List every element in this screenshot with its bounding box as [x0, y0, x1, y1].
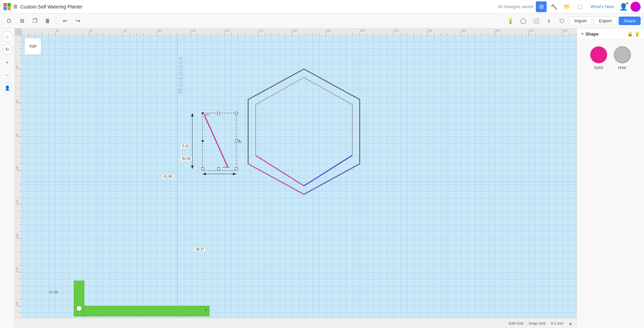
user-avatar[interactable] — [630, 2, 641, 12]
shape-panel-title: Shape — [586, 31, 626, 37]
svg-marker-19 — [233, 173, 236, 175]
hole-option[interactable]: Hole — [614, 46, 631, 70]
svg-rect-27 — [235, 168, 238, 170]
green-l-shape[interactable] — [22, 281, 211, 318]
ruler-left — [15, 35, 22, 318]
topbar-nav-icons: ⊞ 🔨 📁 ⬚ — [536, 1, 585, 12]
notification-dot — [626, 2, 628, 5]
copy-btn[interactable]: ⧉ — [16, 15, 28, 27]
whats-new-link[interactable]: What's New — [588, 4, 617, 9]
status-bar: Edit Grid Snap Grid 0.1 mm ▲ — [15, 318, 576, 328]
document-icon: 🗎 — [13, 4, 18, 10]
shape-panel-header: ▼ Shape 🔒 💡 — [577, 28, 644, 40]
hexagon-shape[interactable] — [231, 66, 377, 211]
lock-icon-btn[interactable]: 🔒 — [627, 31, 633, 37]
bulb-icon-btn[interactable]: 💡 — [505, 16, 516, 26]
avatar-image — [630, 2, 641, 12]
duplicate-btn[interactable]: ❐ — [29, 15, 41, 27]
svg-rect-0 — [74, 306, 209, 316]
new-file-btn[interactable]: 🗋 — [3, 15, 15, 27]
delete-btn[interactable]: 🗑 — [42, 15, 53, 27]
person-btn[interactable]: 👤 — [2, 83, 13, 93]
snap-grid-value: 0.1 mm — [551, 321, 563, 325]
main-area: ⌂ ↻ + − 👤 TOP Workplane — [0, 28, 644, 328]
split-btn[interactable]: ⬡ — [556, 16, 567, 26]
dim-label-3637: 36.37 — [194, 247, 206, 252]
svg-rect-20 — [201, 112, 204, 114]
bulb-panel-btn[interactable]: 💡 — [634, 31, 640, 37]
share-button[interactable]: Share — [619, 17, 641, 25]
svg-marker-4 — [248, 69, 360, 194]
svg-rect-26 — [217, 168, 220, 170]
svg-marker-16 — [191, 166, 194, 169]
panel-chevron-icon[interactable]: ▼ — [581, 32, 584, 36]
left-sidebar: ⌂ ↻ + − 👤 — [0, 28, 15, 328]
snap-grid-label: Snap Grid — [529, 321, 546, 325]
redo-btn[interactable]: ↪ — [72, 15, 84, 27]
svg-marker-15 — [191, 113, 194, 116]
snap-grid-arrow[interactable]: ▲ — [569, 321, 572, 325]
dim-label-6199: 61.99 — [162, 174, 174, 179]
toolbar2-right: 💡 ◯ ⬜ ⫾ ⬡ Import Export Share — [505, 16, 641, 26]
home-btn[interactable]: ⌂ — [2, 31, 13, 42]
logo-sq-blue — [3, 7, 7, 10]
svg-text:↻: ↻ — [238, 139, 242, 144]
edit-grid-btn[interactable]: Edit Grid — [509, 321, 523, 325]
export-button[interactable]: Export — [594, 17, 617, 25]
frame-btn[interactable]: ⬚ — [574, 1, 585, 12]
circle-outline-btn[interactable]: ◯ — [518, 16, 529, 26]
right-panel: ▼ Shape 🔒 💡 Solid Hole — [576, 28, 644, 328]
zoom-in-btn[interactable]: + — [2, 57, 13, 68]
hole-circle[interactable] — [614, 46, 631, 63]
svg-marker-18 — [202, 173, 206, 175]
zoom-out-btn[interactable]: − — [2, 70, 13, 81]
logo-sq-orange — [7, 7, 11, 10]
shape-options: Solid Hole — [577, 40, 644, 77]
secondary-toolbar: 🗋 ⧉ ❐ 🗑 ↩ ↪ 💡 ◯ ⬜ ⫾ ⬡ Import Export Shar… — [0, 14, 644, 28]
undo-btn[interactable]: ↩ — [59, 15, 71, 27]
hole-label: Hole — [618, 65, 626, 70]
rotate-btn[interactable]: ↻ — [2, 44, 13, 55]
solid-option[interactable]: Solid — [590, 46, 607, 70]
logo-squares — [3, 3, 11, 10]
svg-rect-22 — [235, 112, 238, 114]
svg-point-2 — [76, 306, 82, 311]
grid-view-btn[interactable]: ⊞ — [536, 1, 547, 12]
topbar: 🗎 Custom Self Watering Planter All chang… — [0, 0, 644, 14]
align-btn[interactable]: ⫾ — [544, 16, 554, 26]
svg-rect-23 — [201, 140, 204, 142]
logo-sq-green — [7, 3, 11, 6]
solid-circle[interactable] — [590, 46, 607, 63]
view-label-top: TOP — [24, 38, 41, 55]
user-notifications[interactable]: 👤 — [619, 3, 628, 11]
saved-status: All changes saved — [498, 4, 533, 9]
svg-rect-25 — [201, 168, 204, 170]
svg-line-11 — [204, 115, 228, 167]
import-button[interactable]: Import — [569, 17, 592, 25]
square-outline-btn[interactable]: ⬜ — [531, 16, 542, 26]
ruler-top — [22, 28, 576, 35]
canvas-area[interactable]: TOP Workplane — [15, 28, 576, 328]
svg-rect-24 — [235, 140, 238, 142]
hammer-btn[interactable]: 🔨 — [549, 1, 559, 12]
project-title: Custom Self Watering Planter — [20, 4, 82, 9]
folder-btn[interactable]: 📁 — [562, 1, 572, 12]
logo-sq-red — [3, 3, 7, 6]
solid-label: Solid — [594, 65, 603, 70]
selected-shape[interactable]: ↻ — [184, 111, 252, 179]
svg-rect-21 — [217, 112, 220, 114]
toolbar-separator — [56, 17, 56, 25]
svg-marker-5 — [256, 78, 352, 186]
logo: 🗎 Custom Self Watering Planter — [3, 3, 82, 10]
